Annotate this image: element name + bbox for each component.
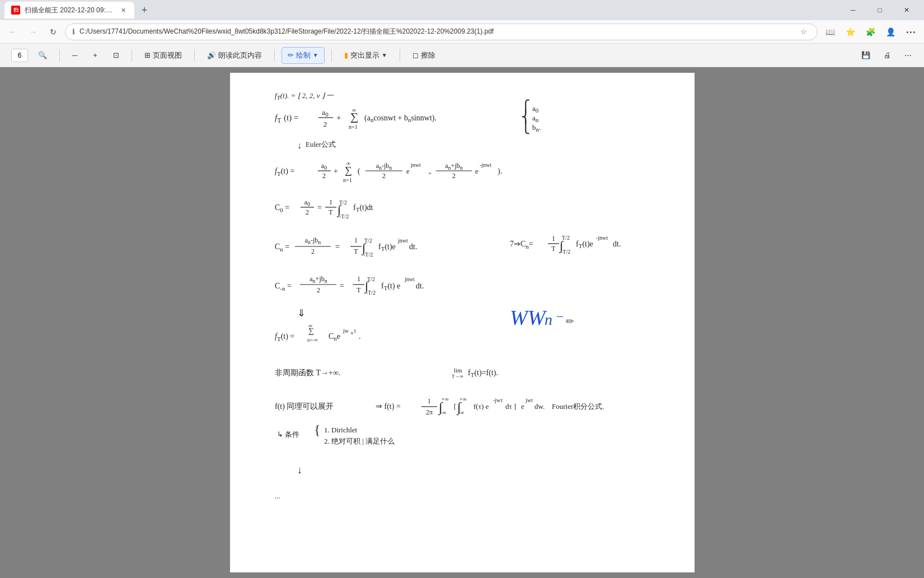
url-bar[interactable]: ℹ C:/Users/17741/Documents/WeChat%20File… [65,24,818,40]
svg-text:7⇒Cn=: 7⇒Cn= [510,240,533,250]
svg-text:T/2: T/2 [367,276,375,282]
svg-text:.: . [359,332,361,341]
read-aloud-button[interactable]: 🔊 朗读此页内容 [201,47,268,64]
svg-text:jw: jw [343,328,349,334]
svg-text:dw.: dw. [534,402,545,411]
svg-text:an+jbn: an+jbn [309,275,327,284]
zoom-in-button[interactable]: + [87,47,103,64]
svg-text:jnwt: jnwt [404,276,415,282]
svg-text:n: n [545,311,552,328]
svg-text:1: 1 [428,397,431,405]
svg-text:+: + [428,170,431,176]
svg-text:t: t [354,328,356,334]
collections-icon[interactable]: 🧩 [861,23,879,41]
tab-favicon: 扫 [11,6,20,15]
save-icon: 💾 [861,51,870,59]
svg-text:2: 2 [311,248,315,255]
toolbar-divider-6 [400,49,400,62]
svg-text:─: ─ [556,311,564,321]
svg-text:T→∞: T→∞ [452,374,463,379]
erase-button[interactable]: ◻ 擦除 [407,47,441,64]
svg-text:=: = [317,203,322,212]
browser-tab[interactable]: 扫 扫描全能王 2022-12-20 09:23(1... × ✕ [4,2,134,18]
page-view-label: 页面视图 [153,50,182,60]
back-button[interactable]: ← [4,24,21,40]
print-button[interactable]: 🖨 [878,47,897,64]
draw-label: 绘制 [296,50,311,60]
refresh-button[interactable]: ↻ [45,24,62,40]
svg-text:∞: ∞ [346,160,350,166]
svg-text:1. Dirichlet: 1. Dirichlet [324,426,358,434]
tab-close-button[interactable]: ✕ [119,6,128,15]
save-pdf-button[interactable]: 💾 [856,47,876,64]
fit-page-button[interactable]: ⊡ [107,47,125,64]
svg-text:2: 2 [322,172,326,180]
page-number-input[interactable] [11,49,28,62]
fit-icon: ⊡ [113,51,119,59]
svg-text:2: 2 [382,172,386,180]
maximize-button[interactable]: □ [867,0,893,20]
svg-text:Cn =: Cn = [275,243,289,253]
security-icon: ℹ [72,27,75,36]
highlight-button[interactable]: ▮ 突出显示 ▼ [339,47,393,64]
zoom-out-button[interactable]: ─ [67,47,83,64]
read-icon: 🔊 [207,51,216,59]
svg-text:a0: a0 [321,162,326,171]
svg-text:1: 1 [329,198,332,206]
new-tab-button[interactable]: + [137,2,152,18]
svg-text:dt.: dt. [409,243,417,251]
url-text: C:/Users/17741/Documents/WeChat%20Files/… [79,27,792,36]
svg-text:e: e [475,167,479,175]
page-view-button[interactable]: ⊞ 页面视图 [139,47,187,64]
more-options-button[interactable]: ⋯ [899,47,917,64]
svg-text:n=1: n=1 [343,177,352,183]
svg-text:fT(t) e: fT(t) e [381,282,400,291]
profile-icon[interactable]: 👤 [881,23,899,41]
window-controls: ─ □ ✕ [840,0,920,20]
toolbar-divider-5 [331,49,332,62]
svg-text:∑: ∑ [345,165,352,176]
svg-text:fT(t)=f(t).: fT(t)=f(t). [468,369,498,378]
svg-text:an+jbn: an+jbn [445,162,462,171]
close-button[interactable]: ✕ [894,0,920,20]
svg-text:2: 2 [306,208,309,216]
svg-text:fT: fT [275,113,282,124]
svg-text:...: ... [275,492,280,500]
pdf-page: fT(t). = ⌊ 2, 2, v ⌋ 一 fT (t) = a0 2 + ∑… [230,73,695,572]
title-bar: 扫 扫描全能王 2022-12-20 09:23(1... × ✕ + ─ □ … [0,0,924,20]
svg-text:∞: ∞ [352,107,356,113]
svg-text:T/2: T/2 [364,237,372,244]
svg-text:fT(t)e: fT(t)e [378,243,396,252]
svg-text:Fourier积分公式.: Fourier积分公式. [552,402,604,411]
svg-text:WW: WW [510,306,547,329]
main-content: fT(t). = ⌊ 2, 2, v ⌋ 一 fT (t) = a0 2 + ∑… [0,67,924,578]
search-button[interactable]: 🔍 [32,47,53,64]
reading-list-icon[interactable]: 📖 [821,23,839,41]
draw-icon: ✏ [288,51,294,59]
svg-text:n: n [351,330,353,335]
highlight-chevron-icon: ▼ [382,52,387,58]
favorites-icon[interactable]: ⭐ [841,23,859,41]
svg-text:C-n =: C-n = [275,282,292,292]
bookmark-star-icon[interactable]: ☆ [797,25,810,39]
pdf-toolbar: 🔍 ─ + ⊡ ⊞ 页面视图 🔊 朗读此页内容 ✏ 绘制 ▼ ▮ 突出显示 ▼ … [0,44,924,67]
svg-text:2. 绝对可积 | 满足什么: 2. 绝对可积 | 满足什么 [324,437,395,445]
minimize-button[interactable]: ─ [840,0,866,20]
draw-button[interactable]: ✏ 绘制 ▼ [282,47,325,64]
settings-icon[interactable]: ⋯ [902,23,920,41]
svg-text:=: = [335,243,340,251]
svg-text:e: e [521,402,524,411]
forward-button[interactable]: → [25,24,41,40]
svg-text:1: 1 [552,235,555,243]
page-view-icon: ⊞ [144,51,151,59]
read-label: 朗读此页内容 [218,50,262,60]
svg-text:fT(t) =: fT(t) = [275,332,294,342]
svg-text:T: T [329,208,333,216]
svg-text:[: [ [454,403,456,411]
svg-text:2: 2 [317,286,320,294]
svg-text:jwt: jwt [525,397,533,403]
svg-text:+: + [336,113,341,122]
svg-text:(: ( [358,167,360,176]
svg-text:a0: a0 [304,198,309,207]
erase-label: 擦除 [421,50,435,60]
